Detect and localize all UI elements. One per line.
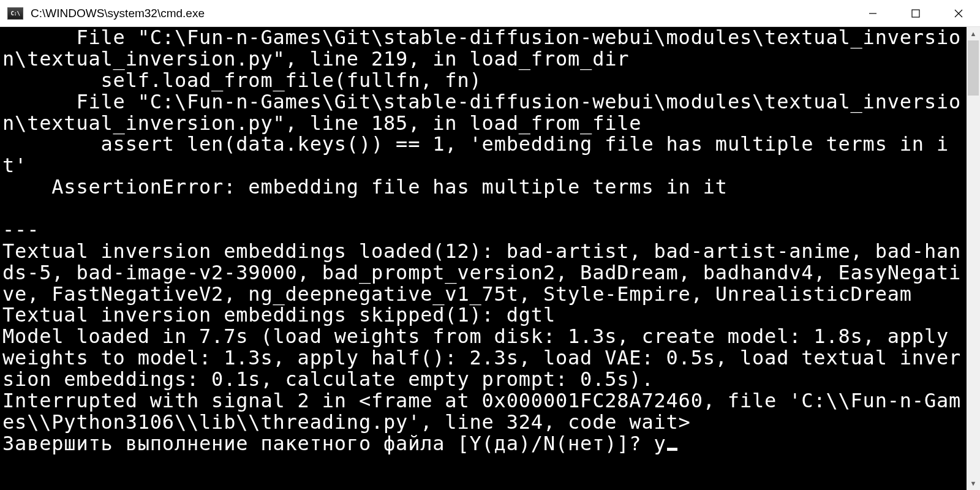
- scroll-thumb[interactable]: [968, 40, 979, 96]
- minimize-button[interactable]: [851, 0, 894, 26]
- terminal-container: File "C:\Fun-n-Games\Git\stable-diffusio…: [0, 27, 980, 490]
- cmd-icon: [7, 7, 23, 20]
- scroll-down-arrow[interactable]: ▼: [967, 477, 980, 490]
- svg-rect-1: [912, 10, 919, 17]
- close-button[interactable]: [937, 0, 980, 26]
- scroll-up-arrow[interactable]: ▲: [967, 27, 980, 40]
- window-controls: [851, 0, 980, 26]
- vertical-scrollbar[interactable]: ▲ ▼: [967, 27, 980, 490]
- cursor: [667, 448, 678, 451]
- maximize-button[interactable]: [894, 0, 937, 26]
- window-titlebar: C:\WINDOWS\system32\cmd.exe: [0, 0, 980, 27]
- window-title: C:\WINDOWS\system32\cmd.exe: [31, 7, 851, 20]
- terminal-output[interactable]: File "C:\Fun-n-Games\Git\stable-diffusio…: [0, 27, 967, 490]
